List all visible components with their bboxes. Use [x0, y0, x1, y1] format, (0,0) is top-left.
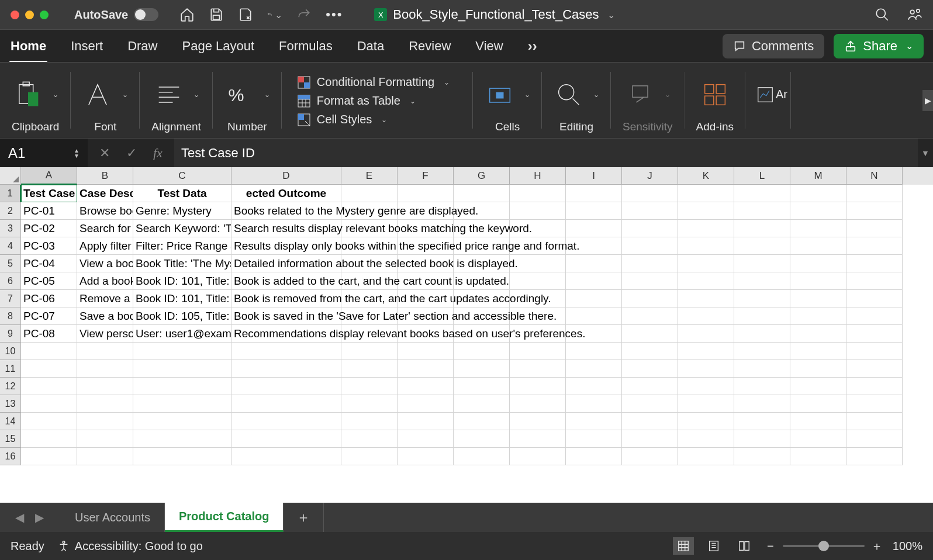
cell-J5[interactable]: [622, 255, 678, 272]
cell-H13[interactable]: [510, 395, 566, 413]
cell-D2[interactable]: Books related to the Mystery genre are d…: [231, 202, 341, 220]
cell-I13[interactable]: [566, 395, 622, 413]
cell-G11[interactable]: [454, 360, 510, 378]
cell-F10[interactable]: [398, 343, 454, 360]
sheet-nav-next-icon[interactable]: ▶: [29, 510, 49, 524]
cell-K6[interactable]: [678, 272, 734, 290]
cell-I8[interactable]: [566, 307, 622, 325]
row-header-9[interactable]: 9: [0, 325, 21, 343]
addins-icon[interactable]: [700, 68, 730, 120]
cell-B11[interactable]: [77, 360, 133, 378]
cell-D11[interactable]: [231, 360, 341, 378]
cell-A9[interactable]: PC-08: [21, 325, 77, 343]
cell-J9[interactable]: [622, 325, 678, 343]
cell-H5[interactable]: [510, 255, 566, 272]
cell-A2[interactable]: PC-01: [21, 202, 77, 220]
cell-N3[interactable]: [846, 220, 903, 237]
cell-B4[interactable]: Apply filter: [77, 237, 133, 255]
cell-C7[interactable]: Book ID: 101, Title: 'S: [133, 290, 231, 307]
col-header-E[interactable]: E: [341, 167, 398, 185]
cell-L1[interactable]: [734, 185, 790, 202]
ribbon-overflow-button[interactable]: ▶: [922, 90, 933, 111]
cell-N6[interactable]: [846, 272, 903, 290]
cell-J15[interactable]: [622, 430, 678, 448]
cell-M15[interactable]: [790, 430, 846, 448]
cell-H15[interactable]: [510, 430, 566, 448]
cell-I16[interactable]: [566, 448, 622, 465]
cell-K2[interactable]: [678, 202, 734, 220]
cell-B9[interactable]: View perso: [77, 325, 133, 343]
cell-L11[interactable]: [734, 360, 790, 378]
tab-home[interactable]: Home: [9, 35, 47, 57]
col-header-J[interactable]: J: [622, 167, 678, 185]
cell-K12[interactable]: [678, 378, 734, 395]
cell-D9[interactable]: Recommendations display relevant books b…: [231, 325, 341, 343]
save-as-icon[interactable]: [238, 7, 253, 22]
cell-I12[interactable]: [566, 378, 622, 395]
cell-H10[interactable]: [510, 343, 566, 360]
cell-D7[interactable]: Book is removed from the cart, and the c…: [231, 290, 341, 307]
tab-more[interactable]: ››: [527, 34, 538, 58]
cell-I2[interactable]: [566, 202, 622, 220]
tab-data[interactable]: Data: [356, 35, 385, 57]
cell-M4[interactable]: [790, 237, 846, 255]
col-header-C[interactable]: C: [133, 167, 231, 185]
cell-K11[interactable]: [678, 360, 734, 378]
cell-C1[interactable]: Test Data: [133, 185, 231, 202]
sheet-tab-product-catalog[interactable]: Product Catalog: [165, 503, 284, 532]
row-header-16[interactable]: 16: [0, 448, 21, 465]
cell-A8[interactable]: PC-07: [21, 307, 77, 325]
normal-view-button[interactable]: [673, 537, 694, 555]
row-header-4[interactable]: 4: [0, 237, 21, 255]
cell-K14[interactable]: [678, 413, 734, 430]
cell-G15[interactable]: [454, 430, 510, 448]
zoom-slider[interactable]: [783, 545, 865, 547]
cell-F15[interactable]: [398, 430, 454, 448]
accessibility-status[interactable]: Accessibility: Good to go: [57, 540, 203, 553]
cell-A5[interactable]: PC-04: [21, 255, 77, 272]
cell-L16[interactable]: [734, 448, 790, 465]
cell-N16[interactable]: [846, 448, 903, 465]
cell-G1[interactable]: [454, 185, 510, 202]
cell-I7[interactable]: [566, 290, 622, 307]
cell-M11[interactable]: [790, 360, 846, 378]
cell-G14[interactable]: [454, 413, 510, 430]
cell-E13[interactable]: [341, 395, 398, 413]
cell-J8[interactable]: [622, 307, 678, 325]
cell-L15[interactable]: [734, 430, 790, 448]
cell-J10[interactable]: [622, 343, 678, 360]
cell-L9[interactable]: [734, 325, 790, 343]
col-header-H[interactable]: H: [510, 167, 566, 185]
cell-N4[interactable]: [846, 237, 903, 255]
undo-icon[interactable]: ⌄: [267, 7, 282, 22]
cell-F14[interactable]: [398, 413, 454, 430]
cell-C13[interactable]: [133, 395, 231, 413]
cell-M5[interactable]: [790, 255, 846, 272]
cell-H16[interactable]: [510, 448, 566, 465]
cell-M2[interactable]: [790, 202, 846, 220]
cell-K10[interactable]: [678, 343, 734, 360]
cell-B10[interactable]: [77, 343, 133, 360]
cell-I1[interactable]: [566, 185, 622, 202]
redo-icon[interactable]: [296, 7, 312, 22]
row-header-1[interactable]: 1: [0, 185, 21, 202]
close-window-button[interactable]: [11, 11, 19, 19]
cell-N15[interactable]: [846, 430, 903, 448]
cell-A15[interactable]: [21, 430, 77, 448]
col-header-B[interactable]: B: [77, 167, 133, 185]
cell-K7[interactable]: [678, 290, 734, 307]
cell-J1[interactable]: [622, 185, 678, 202]
cell-K3[interactable]: [678, 220, 734, 237]
col-header-F[interactable]: F: [398, 167, 454, 185]
cell-D12[interactable]: [231, 378, 341, 395]
cell-B15[interactable]: [77, 430, 133, 448]
cell-B3[interactable]: Search for b: [77, 220, 133, 237]
conditional-formatting-button[interactable]: Conditional Formatting⌄: [297, 75, 450, 89]
autosave-toggle[interactable]: [134, 8, 158, 21]
cell-B1[interactable]: Case Descri: [77, 185, 133, 202]
cell-F11[interactable]: [398, 360, 454, 378]
cell-L12[interactable]: [734, 378, 790, 395]
cell-K5[interactable]: [678, 255, 734, 272]
cell-H6[interactable]: [510, 272, 566, 290]
cell-K4[interactable]: [678, 237, 734, 255]
